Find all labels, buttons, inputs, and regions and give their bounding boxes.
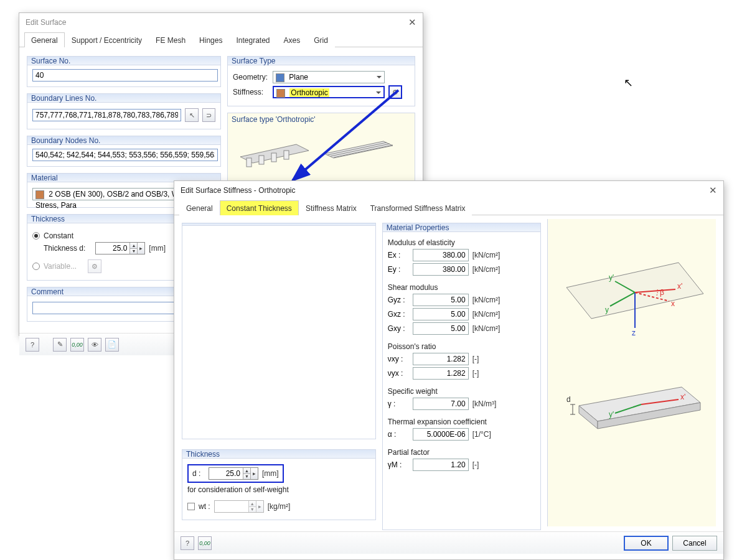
thickness-constant-radio[interactable] [32,232,40,240]
cancel-button[interactable]: Cancel [672,536,717,551]
collapse-icon[interactable]: ⊃ [202,108,215,122]
thickness-variable-label: Variable... [44,262,77,271]
modulus-heading: Modulus of elasticity [388,238,535,247]
spin-down-icon[interactable]: ▼ [130,249,137,254]
gamma-unit: [kN/m³] [472,399,497,408]
svg-rect-3 [271,153,276,162]
material-swatch [35,190,44,199]
ey-unit: [kN/cm²] [472,265,500,274]
ey-input[interactable] [413,263,469,276]
gammam-input[interactable] [413,459,469,471]
material-value: 2 OSB (EN 300), OSB/2 and OSB/3, Wall St… [35,190,186,210]
d-input[interactable] [209,468,243,479]
geometry-select[interactable]: Plane [273,71,385,83]
tab-axes[interactable]: Axes [277,32,308,47]
gxy-input[interactable] [413,322,469,335]
boundary-nodes-label: Boundary Nodes No. [31,136,100,145]
tab-integrated[interactable]: Integrated [229,32,276,47]
tab-general[interactable]: General [24,32,65,47]
units-icon[interactable]: 0,00 [198,536,212,550]
gammam-label: γM : [388,460,409,469]
gyz-input[interactable] [413,294,469,306]
thickness-d-input[interactable] [96,243,129,254]
gxz-input[interactable] [413,308,469,320]
tab-stiffness-matrix[interactable]: Stiffness Matrix [299,200,364,215]
edit-stiffness-dialog: Edit Surface Stiffness - Orthotropic ✕ G… [174,180,724,560]
step-right-icon[interactable]: ▸ [137,243,144,254]
boundary-lines-input[interactable] [32,109,181,121]
wt-unit: [kg/m²] [268,502,291,511]
tab-hinges[interactable]: Hinges [192,32,229,47]
svg-rect-1 [247,158,251,167]
gyz-unit: [kN/cm²] [472,296,500,304]
axis-x: x [671,299,675,308]
thickness-d-spin[interactable]: ▲▼ ▸ [95,242,145,254]
stiffness-value: Orthotropic [289,88,329,97]
export-icon[interactable]: 📄 [105,338,119,352]
gyz-label: Gyz : [388,296,409,304]
svg-rect-2 [259,156,264,164]
vyx-label: νyx : [388,369,409,378]
cursor-icon: ↖ [624,76,633,90]
wt-checkbox[interactable] [187,503,195,510]
geometry-value: Plane [289,73,308,82]
ex-input[interactable] [413,249,469,261]
matprops-label: Material Properties [387,223,449,232]
stiffness-settings-icon[interactable]: ⚙ [388,85,402,99]
axis-beta: β [660,288,664,297]
alpha-label: α : [388,430,409,439]
units-icon[interactable]: 0,00 [70,338,84,352]
boundary-nodes-input[interactable] [32,149,218,161]
pick-lines-icon[interactable]: ↖ [185,108,198,122]
spin-down-icon[interactable]: ▼ [243,474,250,480]
thickness-d-unit: [mm] [149,244,166,253]
axis-z: z [632,329,636,337]
thickness-d-label: Thickness d: [44,244,85,253]
step-right-icon[interactable]: ▸ [250,468,258,479]
tab-support[interactable]: Support / Eccentricity [65,32,149,47]
bottom-toolbar: ? 0,00 OK Cancel [174,531,723,554]
vyx-unit: [-] [472,369,479,378]
gammam-unit: [-] [472,460,479,469]
boundary-lines-label: Boundary Lines No. [31,94,96,103]
gamma-input[interactable] [413,398,469,410]
vxy-input[interactable] [413,353,469,365]
wt-label: wt : [199,502,210,511]
axis-d: d [566,395,571,404]
window-title: Edit Surface [26,18,66,27]
axis-yp: y' [609,273,614,282]
wt-spin: ▲▼ ▸ [214,500,264,513]
tabstrip: General Support / Eccentricity FE Mesh H… [19,32,423,47]
tab-transformed-matrix[interactable]: Transformed Stiffness Matrix [364,200,472,215]
material-label: Material [31,174,58,182]
shear-heading: Shear modulus [388,283,535,292]
gxy-label: Gxy : [388,324,409,333]
partial-heading: Partial factor [388,448,535,457]
tab-grid[interactable]: Grid [307,32,335,47]
stiffness-select[interactable]: Orthotropic [273,86,385,98]
gxz-unit: [kN/cm²] [472,310,500,319]
tab-general2[interactable]: General [179,200,220,215]
d-spin[interactable]: ▲▼ ▸ [209,467,258,480]
vyx-input[interactable] [413,367,469,380]
help-icon[interactable]: ? [181,536,194,550]
tab-femesh[interactable]: FE Mesh [149,32,192,47]
spin-up-icon[interactable]: ▲ [130,243,137,249]
comment-label: Comment [31,287,63,296]
tab-constant-thickness[interactable]: Constant Thickness [220,200,299,215]
surface-type-label: Surface Type [232,57,276,65]
help-icon[interactable]: ? [26,338,39,352]
vxy-label: νxy : [388,355,409,363]
alpha-input[interactable] [413,428,469,441]
svg-rect-4 [284,151,289,159]
spin-up-icon[interactable]: ▲ [243,468,250,474]
close-icon[interactable]: ✕ [709,185,717,196]
close-icon[interactable]: ✕ [408,17,416,28]
view-icon[interactable]: 👁 [88,338,101,352]
thickness-label: Thickness [31,215,65,223]
gxz-label: Gxz : [388,310,409,319]
surface-no-input[interactable] [32,69,218,82]
note-icon[interactable]: ✎ [53,338,67,352]
thickness-variable-radio[interactable] [32,263,40,270]
ok-button[interactable]: OK [624,536,669,551]
